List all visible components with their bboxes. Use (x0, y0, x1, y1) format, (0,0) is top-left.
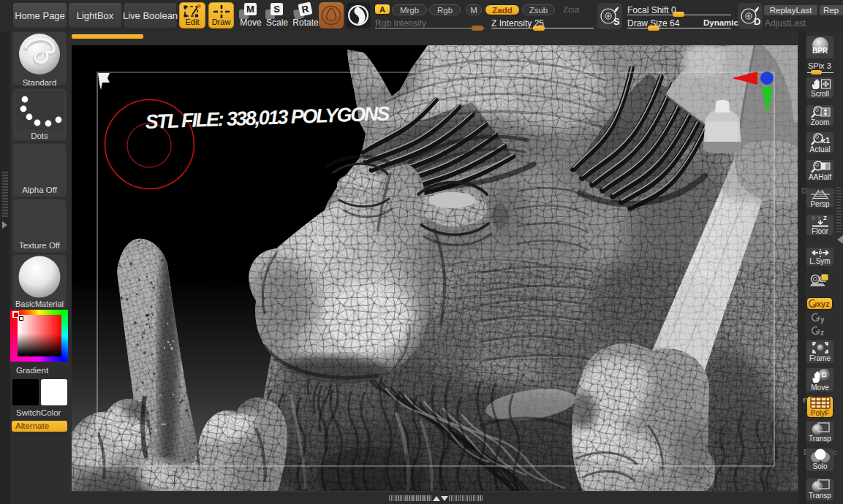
svg-text:Z: Z (823, 215, 827, 221)
svg-text:z: z (820, 329, 824, 337)
svg-text:xyz: xyz (817, 299, 830, 308)
svg-text:y: y (820, 316, 825, 324)
svg-text:D: D (754, 16, 760, 27)
svg-text:BPR: BPR (812, 47, 828, 55)
svg-text:x1: x1 (821, 136, 830, 145)
svg-text:S: S (613, 16, 620, 27)
svg-text:STL FILE: 338,013 POLYGONS: STL FILE: 338,013 POLYGONS (145, 102, 391, 133)
